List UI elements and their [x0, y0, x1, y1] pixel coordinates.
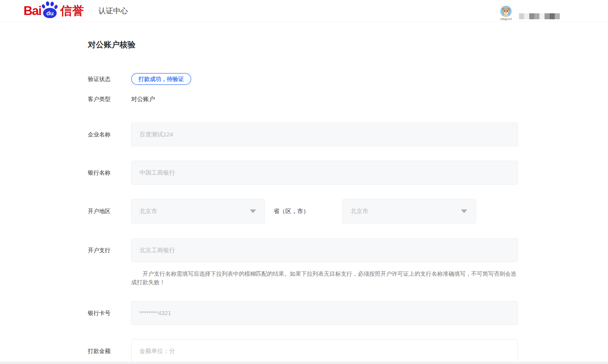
censored-username: [519, 13, 560, 19]
branch-input[interactable]: [131, 238, 518, 262]
page-bottom-edge: [0, 362, 608, 364]
status-badge: 打款成功，待验证: [131, 73, 191, 85]
customer-type-value: 对公账户: [131, 95, 155, 103]
city-select-value: 北京市: [350, 207, 368, 215]
company-name-label: 企业名称: [88, 131, 131, 138]
card-number-label: 银行卡号: [88, 309, 131, 317]
verify-status-label: 验证状态: [88, 75, 131, 83]
province-select[interactable]: 北京市: [131, 199, 265, 223]
bear-avatar-icon[interactable]: [500, 6, 512, 17]
province-select-value: 北京市: [139, 207, 157, 215]
caret-down-icon: [250, 209, 256, 213]
logo-du-text: du: [46, 10, 54, 16]
logo-xinyu-text: 信誉: [60, 5, 84, 17]
page-title: 对公账户核验: [88, 40, 608, 49]
amount-row: 打款金额: [88, 339, 518, 363]
company-name-input[interactable]: [131, 123, 518, 146]
card-number-row: 银行卡号: [88, 301, 518, 325]
bank-name-input[interactable]: [131, 161, 518, 185]
city-select[interactable]: 北京市: [342, 199, 476, 223]
baidu-paw-icon: du: [42, 1, 58, 19]
user-account[interactable]: zybqjy123: [496, 6, 516, 20]
bank-name-label: 银行名称: [88, 169, 131, 177]
amount-input[interactable]: [131, 339, 518, 363]
amount-label: 打款金额: [88, 347, 131, 355]
username-label: zybqjy123: [496, 18, 516, 20]
main-content: 对公账户核验 验证状态 打款成功，待验证 客户类型 对公账户 企业名称 银行名称…: [0, 22, 608, 363]
company-name-row: 企业名称: [88, 123, 518, 146]
branch-row: 开户支行: [88, 238, 518, 262]
header: Bai du 信誉 认证中心 zybqjy123: [0, 0, 608, 22]
logo-bai-text: Bai: [24, 5, 41, 17]
card-number-input[interactable]: [131, 301, 518, 325]
province-hint-label: 省（区，市）: [273, 207, 313, 215]
header-divider: [91, 7, 91, 15]
branch-help-text: 开户支行名称需填写后选择下拉列表中的模糊匹配的结果。如果下拉列表无目标支行，必须…: [131, 269, 518, 286]
customer-type-row: 客户类型 对公账户: [88, 95, 518, 103]
site-section-title: 认证中心: [98, 6, 128, 16]
branch-label: 开户支行: [88, 247, 131, 254]
bank-name-row: 银行名称: [88, 161, 518, 185]
bank-region-row: 开户地区 北京市 省（区，市） 北京市: [88, 199, 518, 223]
bank-region-label: 开户地区: [88, 207, 131, 215]
verify-status-row: 验证状态 打款成功，待验证: [88, 73, 518, 85]
caret-down-icon: [461, 209, 467, 213]
customer-type-label: 客户类型: [88, 95, 131, 103]
baidu-xinyu-logo[interactable]: Bai du 信誉: [24, 3, 84, 19]
